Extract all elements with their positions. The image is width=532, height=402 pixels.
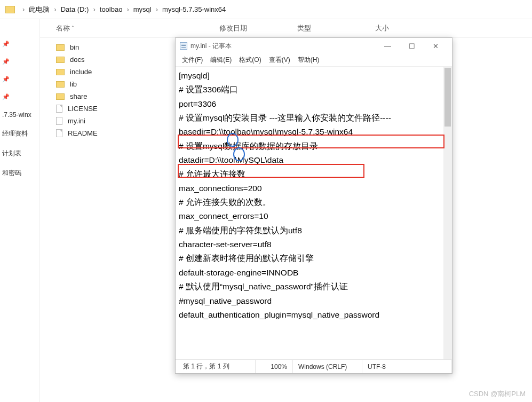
- file-name: share: [70, 92, 88, 100]
- folder-icon: [56, 57, 65, 63]
- quick-access-item[interactable]: 📌: [0, 70, 39, 88]
- pin-icon: 📌: [2, 76, 10, 83]
- window-titlebar[interactable]: my.ini - 记事本 — ☐ ✕: [176, 38, 452, 54]
- folder-icon: [56, 44, 65, 51]
- breadcrumb[interactable]: › 此电脑 › Data (D:) › toolbao › mysql › my…: [0, 0, 532, 19]
- folder-icon: [56, 69, 65, 75]
- minimize-button[interactable]: —: [376, 38, 400, 53]
- menu-format[interactable]: 格式(O): [236, 54, 264, 66]
- statusbar: 第 1 行，第 1 列 100% Windows (CRLF) UTF-8: [176, 359, 452, 373]
- quick-access-item[interactable]: .7.35-winx: [0, 106, 39, 124]
- quick-access-item[interactable]: 和密码: [0, 163, 39, 183]
- maximize-button[interactable]: ☐: [400, 38, 424, 53]
- status-lineending: Windows (CRLF): [293, 360, 362, 373]
- breadcrumb-item[interactable]: toolbao: [100, 5, 123, 13]
- pin-icon: 📌: [2, 58, 10, 65]
- menu-help[interactable]: 帮助(H): [295, 54, 323, 66]
- quick-access-item[interactable]: 📌: [0, 88, 39, 106]
- breadcrumb-item[interactable]: mysql-5.7.35-winx64: [162, 5, 226, 13]
- file-name: include: [70, 68, 92, 76]
- menu-file[interactable]: 文件(F): [179, 54, 206, 66]
- breadcrumb-item[interactable]: Data (D:): [61, 5, 89, 13]
- menu-edit[interactable]: 编辑(E): [207, 54, 235, 66]
- scrollbar-thumb[interactable]: [444, 68, 451, 127]
- column-headers[interactable]: 名称 ˆ 修改日期 类型 大小: [40, 19, 532, 38]
- status-encoding: UTF-8: [362, 360, 452, 373]
- text-area[interactable]: [mysqld] # 设置3306端口 port=3306 # 设置mysql的…: [176, 67, 452, 359]
- column-name[interactable]: 名称 ˆ: [56, 23, 216, 33]
- column-type[interactable]: 类型: [297, 23, 372, 33]
- chevron-right-icon: ›: [91, 5, 97, 13]
- chevron-right-icon: ›: [20, 5, 27, 13]
- file-name: my.ini: [68, 117, 85, 125]
- breadcrumb-item[interactable]: mysql: [133, 5, 152, 13]
- quick-access-item[interactable]: 经理资料: [0, 124, 39, 144]
- file-icon: [56, 105, 62, 113]
- column-modified[interactable]: 修改日期: [219, 23, 294, 33]
- quick-access-item[interactable]: 计划表: [0, 144, 39, 163]
- scrollbar[interactable]: [443, 67, 452, 359]
- file-name: README: [68, 129, 98, 137]
- text-content[interactable]: [mysqld] # 设置3306端口 port=3306 # 设置mysql的…: [176, 67, 443, 359]
- column-size[interactable]: 大小: [375, 23, 450, 33]
- pin-icon: 📌: [2, 93, 10, 100]
- file-name: bin: [70, 43, 79, 51]
- chevron-right-icon: ›: [154, 5, 160, 13]
- chevron-right-icon: ›: [124, 5, 131, 13]
- notepad-icon: [180, 42, 187, 50]
- menu-view[interactable]: 查看(V): [266, 54, 293, 66]
- file-icon: [56, 117, 62, 125]
- status-position: 第 1 行，第 1 列: [176, 360, 256, 373]
- file-icon: [56, 129, 62, 137]
- folder-icon: [56, 81, 65, 88]
- notepad-window[interactable]: my.ini - 记事本 — ☐ ✕ 文件(F) 编辑(E) 格式(O) 查看(…: [175, 37, 452, 374]
- folder-icon: [5, 6, 15, 13]
- pin-icon: 📌: [2, 41, 10, 48]
- quick-access-pane: 📌 📌 📌 📌 .7.35-winx 经理资料 计划表 和密码: [0, 19, 40, 402]
- status-zoom: 100%: [256, 360, 293, 373]
- sort-asc-icon: ˆ: [72, 26, 74, 31]
- folder-icon: [56, 93, 65, 100]
- file-name: lib: [70, 80, 77, 88]
- chevron-right-icon: ›: [52, 5, 58, 13]
- close-button[interactable]: ✕: [424, 38, 448, 53]
- file-name: docs: [70, 56, 84, 64]
- watermark: CSDN @南柯PLM: [469, 389, 526, 399]
- window-title: my.ini - 记事本: [190, 42, 376, 51]
- quick-access-item[interactable]: 📌: [0, 53, 39, 70]
- file-name: LICENSE: [68, 105, 98, 113]
- quick-access-item[interactable]: 📌: [0, 35, 39, 53]
- menubar[interactable]: 文件(F) 编辑(E) 格式(O) 查看(V) 帮助(H): [176, 54, 452, 67]
- breadcrumb-item[interactable]: 此电脑: [29, 5, 50, 14]
